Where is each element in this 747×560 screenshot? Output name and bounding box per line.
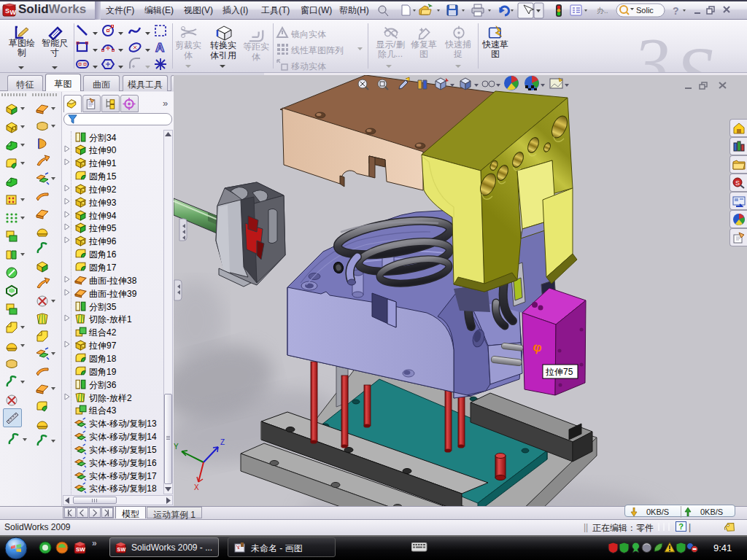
svg-text:?: ? bbox=[673, 5, 679, 17]
svg-text:Solic: Solic bbox=[636, 6, 654, 15]
svg-text:办..: 办.. bbox=[597, 7, 608, 15]
svg-text:A: A bbox=[155, 41, 164, 55]
svg-text:SW: SW bbox=[117, 546, 126, 553]
svg-text:W: W bbox=[10, 9, 17, 16]
svg-text:S: S bbox=[5, 7, 9, 15]
svg-text:S: S bbox=[676, 31, 713, 72]
svg-text:SW: SW bbox=[76, 546, 85, 553]
svg-text:Z: Z bbox=[220, 438, 225, 446]
svg-text:X: X bbox=[194, 483, 199, 491]
svg-text:拉伸75: 拉伸75 bbox=[545, 367, 573, 377]
svg-text:S: S bbox=[735, 179, 740, 187]
svg-text:Y: Y bbox=[174, 443, 179, 451]
svg-text:3: 3 bbox=[632, 23, 670, 72]
